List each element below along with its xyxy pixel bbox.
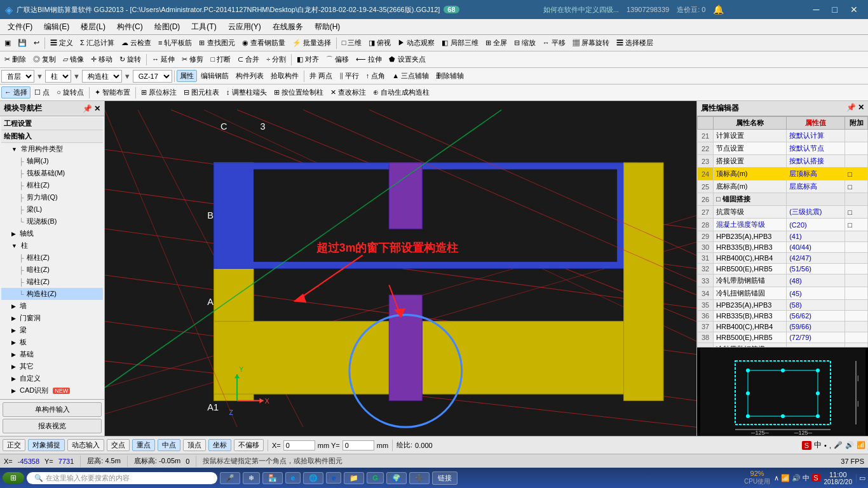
taskbar-store[interactable]: 🏪 xyxy=(262,472,283,484)
nav-frame-col2[interactable]: ├ 框柱(Z) xyxy=(1,252,103,264)
tb-fullscreen[interactable]: ⊞ 全屏 xyxy=(482,37,510,49)
floor-selector[interactable]: 首层 xyxy=(1,70,34,83)
start-button[interactable]: ⊞ xyxy=(3,472,24,484)
struct-type-selector[interactable]: 构造柱 xyxy=(82,70,122,83)
prop-pin[interactable]: 📌 xyxy=(846,103,856,114)
tb-rotate-point[interactable]: ○ 旋转点 xyxy=(53,86,87,98)
nav-wall-group[interactable]: ▶墙 xyxy=(1,300,103,312)
tb-pan[interactable]: ↔ 平移 xyxy=(539,37,569,49)
tb-merge[interactable]: ⊂ 合并 xyxy=(234,53,262,65)
nav-slab-group[interactable]: ▶板 xyxy=(1,336,103,348)
nav-hidden-col[interactable]: ├ 暗柱(Z) xyxy=(1,264,103,276)
tb-view-rebar[interactable]: ◉ 查看钢筋量 xyxy=(239,37,288,49)
menu-cloud[interactable]: 帮助(H) xyxy=(309,20,346,34)
tb-trim[interactable]: ✂ 修剪 xyxy=(179,53,207,65)
nav-mat-found[interactable]: ├ 筏板基础(M) xyxy=(1,167,103,179)
taskbar-ie2[interactable]: e xyxy=(326,472,341,484)
tb-move[interactable]: ✛ 移动 xyxy=(88,53,116,65)
nav-shear-wall[interactable]: ├ 剪力墙(Q) xyxy=(1,191,103,203)
canvas-area[interactable]: B A A1 C 3 超过3m的窗下部设置构造柱 X xyxy=(105,101,696,436)
taskbar-link[interactable]: 链接 xyxy=(432,471,458,485)
tb-adjust-col-end[interactable]: ↕ 调整柱端头 xyxy=(223,86,270,98)
tb-three-point[interactable]: ▲ 三点辅轴 xyxy=(389,70,432,82)
tb-cloud-check[interactable]: ☁ 云检查 xyxy=(118,37,154,49)
x-input[interactable] xyxy=(283,440,315,451)
cpu-indicator[interactable]: 92% CPU使用 xyxy=(744,470,770,486)
tb-save[interactable]: 💾 xyxy=(15,37,30,48)
taskbar-folder[interactable]: 📁 xyxy=(344,472,364,484)
menu-tools[interactable]: 绘图(D) xyxy=(149,20,186,34)
y-input[interactable] xyxy=(342,440,374,451)
taskbar-glodon[interactable]: G xyxy=(367,472,384,484)
menu-help[interactable]: 云应用(Y) xyxy=(223,20,266,34)
show-desktop[interactable]: ▭ xyxy=(856,474,865,482)
tb-rotate[interactable]: ▦ 屏幕旋转 xyxy=(569,37,613,49)
tb-split[interactable]: ÷ 分割 xyxy=(263,53,289,65)
maximize-button[interactable]: □ xyxy=(827,3,843,16)
tb-copy[interactable]: ◎ 复制 xyxy=(30,53,59,65)
tb-top-view[interactable]: ◨ 俯视 xyxy=(365,37,394,49)
tb-edit-rebar[interactable]: 编辑钢筋 xyxy=(198,70,232,82)
nav-beam-group[interactable]: ▶梁 xyxy=(1,324,103,336)
tb-delete[interactable]: ✂ 删除 xyxy=(1,53,29,65)
tb-place-by-pos[interactable]: ⊞ 按位置绘制柱 xyxy=(271,86,327,98)
minimize-button[interactable]: ─ xyxy=(808,3,825,16)
nav-axis-group[interactable]: ▶轴线 xyxy=(1,227,103,240)
mic-icon[interactable]: 🎤 xyxy=(834,441,843,449)
nav-end-col[interactable]: ├ 端柱(Z) xyxy=(1,276,103,288)
nav-col-group[interactable]: ▼柱 xyxy=(1,240,103,252)
nav-axis[interactable]: ├ 轴网(J) xyxy=(1,155,103,167)
status-heavy-point[interactable]: 重点 xyxy=(132,439,155,451)
nav-common-types[interactable]: ▼常用构件类型 xyxy=(1,143,103,155)
status-vertex[interactable]: 顶点 xyxy=(183,439,206,451)
menu-file[interactable]: 文件(F) xyxy=(3,20,37,34)
tb-break[interactable]: □ 打断 xyxy=(207,53,234,65)
tb-grip[interactable]: ⬟ 设置夹点 xyxy=(386,53,428,65)
tb-select-floor[interactable]: ☰ 选择楼层 xyxy=(613,37,656,49)
menu-window[interactable]: 在线服务 xyxy=(268,20,308,34)
nav-draw-input[interactable]: 绘图输入 xyxy=(1,130,103,143)
status-no-offset[interactable]: 不偏移 xyxy=(234,439,264,451)
ime-zh[interactable]: 中 xyxy=(814,440,822,451)
tb-mirror[interactable]: ⏥ 镜像 xyxy=(60,53,87,65)
nav-opening-group[interactable]: ▶门窗洞 xyxy=(1,312,103,324)
tb-find-elem[interactable]: ⊞ 查找图元 xyxy=(196,37,238,49)
tb-comp-list[interactable]: 构件列表 xyxy=(233,70,267,82)
menu-report[interactable]: 工具(T) xyxy=(186,20,221,34)
tb-property[interactable]: 属性 xyxy=(177,70,197,82)
status-orthogonal[interactable]: 正交 xyxy=(3,439,25,451)
status-snap[interactable]: 对象捕捉 xyxy=(28,439,65,451)
tb-rotate2[interactable]: ↻ 旋转 xyxy=(116,53,144,65)
tb-point-mode[interactable]: ☐ 点 xyxy=(31,86,53,98)
tb-select-mode[interactable]: ← 选择 xyxy=(1,86,31,98)
tb-elem-col-table[interactable]: ⊟ 图元柱表 xyxy=(180,86,222,98)
menu-edit[interactable]: 编辑(E) xyxy=(39,20,74,34)
taskbar-mic[interactable]: 🎤 xyxy=(220,472,240,484)
menu-draw[interactable]: 构件(C) xyxy=(112,20,148,34)
tb-zoom[interactable]: ⊟ 缩放 xyxy=(511,37,539,49)
taskbar-globe[interactable]: 🌍 xyxy=(386,472,407,484)
tb-undo[interactable]: ↩ xyxy=(31,37,43,48)
taskbar-weather[interactable]: ❄ xyxy=(243,472,260,484)
tb-two-point[interactable]: 井 两点 xyxy=(306,70,336,82)
tb-offset[interactable]: ⌒ 偏移 xyxy=(323,53,352,65)
tb-align[interactable]: ◧ 对齐 xyxy=(294,53,322,65)
volume-icon[interactable]: 🔊 xyxy=(845,441,854,449)
tb-flat-plate[interactable]: ≡ 轧平板筋 xyxy=(155,37,195,49)
taskbar-plus[interactable]: ➕ xyxy=(409,472,430,484)
nav-cast-slab[interactable]: └ 现浇板(B) xyxy=(1,215,103,227)
tb-dynamic-observe[interactable]: ▶ 动态观察 xyxy=(395,37,438,49)
tb-local-3d[interactable]: ◧ 局部三维 xyxy=(438,37,481,49)
tb-in-place-mark[interactable]: ⊞ 原位标注 xyxy=(138,86,180,98)
nav-cad-group[interactable]: ▶CAD识别 NEW xyxy=(1,384,103,396)
prop-close[interactable]: ✕ xyxy=(858,103,864,114)
taskbar-ie[interactable]: e xyxy=(285,472,301,484)
col-type-selector[interactable]: 柱 xyxy=(45,70,71,83)
status-midpoint[interactable]: 中点 xyxy=(158,439,180,451)
tb-calc[interactable]: Σ 汇总计算 xyxy=(77,37,118,49)
nav-found-group[interactable]: ▶基础 xyxy=(1,348,103,360)
tray-volume[interactable]: 🔊 xyxy=(792,474,801,482)
tb-stretch[interactable]: ⟵ 拉伸 xyxy=(353,53,385,65)
status-intersection[interactable]: 交点 xyxy=(107,439,130,451)
nav-project-settings[interactable]: 工程设置 xyxy=(1,118,103,130)
